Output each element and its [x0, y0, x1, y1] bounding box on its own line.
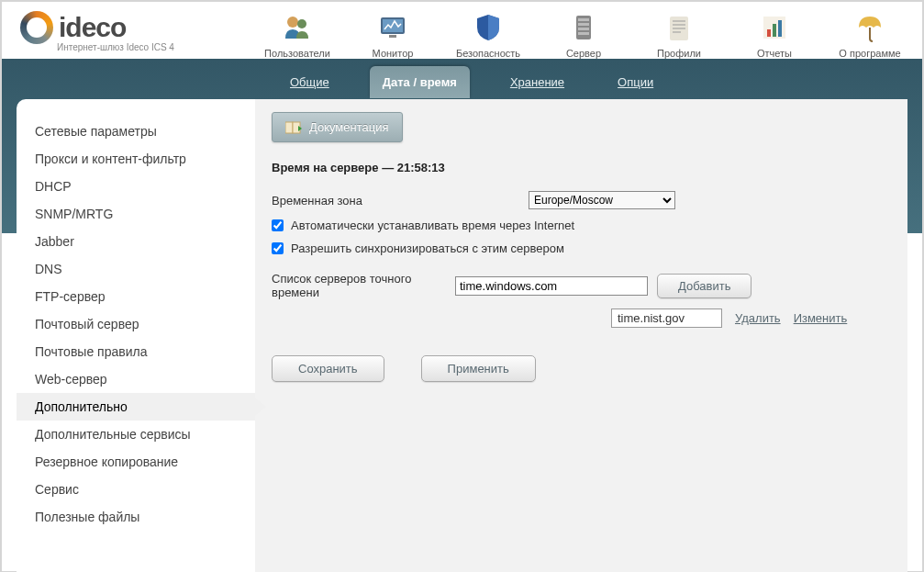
- users-icon: [281, 11, 314, 44]
- sidebar-item-service[interactable]: Сервис: [17, 476, 255, 503]
- svg-rect-17: [773, 24, 776, 37]
- sidebar-item-jabber[interactable]: Jabber: [17, 228, 255, 255]
- sidebar-item-dhcp[interactable]: DHCP: [17, 173, 255, 200]
- sidebar-item-dns[interactable]: DNS: [17, 255, 255, 283]
- logo-block: ideco Интернет-шлюз Ideco ICS 4: [20, 11, 174, 52]
- top-nav: Пользователи Монитор Безопасность Сервер…: [263, 11, 904, 59]
- subtab-options[interactable]: Опции: [605, 66, 666, 98]
- svg-point-0: [287, 17, 298, 28]
- subtabs: Общие Дата / время Хранение Опции: [2, 59, 922, 98]
- topnav-users[interactable]: Пользователи: [263, 11, 331, 59]
- allow-sync-checkbox[interactable]: [272, 242, 284, 254]
- sidebar-item-mailrules[interactable]: Почтовые правила: [17, 338, 255, 365]
- add-button[interactable]: Добавить: [657, 274, 751, 298]
- svg-rect-9: [578, 32, 589, 35]
- sidebar-item-ftp[interactable]: FTP-сервер: [17, 283, 255, 310]
- topnav-server[interactable]: Сервер: [550, 11, 618, 59]
- sidebar: Сетевые параметры Прокси и контент-фильт…: [17, 99, 255, 572]
- existing-server-entry: time.nist.gov: [611, 308, 722, 328]
- logo-subtitle: Интернет-шлюз Ideco ICS 4: [57, 42, 174, 52]
- sidebar-item-mail[interactable]: Почтовый сервер: [17, 310, 255, 338]
- topnav-reports[interactable]: Отчеты: [740, 11, 808, 59]
- reports-icon: [758, 11, 791, 44]
- subtab-datetime[interactable]: Дата / время: [370, 66, 470, 98]
- svg-rect-20: [285, 122, 293, 133]
- svg-rect-7: [578, 23, 589, 26]
- timezone-select[interactable]: Europe/Moscow: [529, 191, 675, 209]
- auto-sync-label: Автоматически устанавливать время через …: [291, 219, 574, 232]
- server-input[interactable]: [455, 276, 648, 296]
- svg-rect-4: [389, 35, 396, 38]
- monitor-icon: [376, 11, 409, 44]
- sidebar-item-webserver[interactable]: Web-сервер: [17, 365, 255, 393]
- svg-rect-16: [767, 29, 771, 37]
- shield-icon: [472, 11, 505, 44]
- main-band: Общие Дата / время Хранение Опции Сетевы…: [2, 59, 922, 233]
- documentation-label: Документация: [309, 120, 389, 134]
- profiles-icon: [662, 11, 696, 44]
- logo-swirl-icon: [20, 11, 53, 44]
- sidebar-item-proxy[interactable]: Прокси и контент-фильтр: [17, 145, 255, 173]
- book-icon: [285, 121, 302, 134]
- svg-rect-8: [578, 28, 589, 30]
- delete-link[interactable]: Удалить: [735, 311, 781, 325]
- umbrella-icon: [853, 11, 886, 44]
- section-title: Время на сервере — 21:58:13: [272, 161, 891, 174]
- topnav-security[interactable]: Безопасность: [454, 11, 522, 59]
- header: ideco Интернет-шлюз Ideco ICS 4 Пользова…: [2, 2, 922, 59]
- subtab-general[interactable]: Общие: [277, 66, 342, 98]
- subtab-storage[interactable]: Хранение: [497, 66, 577, 98]
- topnav-monitor[interactable]: Монитор: [359, 11, 427, 59]
- svg-point-1: [297, 19, 306, 28]
- sidebar-item-additional[interactable]: Дополнительно: [17, 393, 255, 421]
- sidebar-item-files[interactable]: Полезные файлы: [17, 503, 255, 531]
- timezone-label: Временная зона: [272, 194, 529, 207]
- edit-link[interactable]: Изменить: [794, 311, 848, 325]
- save-button[interactable]: Сохранить: [272, 355, 384, 382]
- sidebar-item-backup[interactable]: Резервное копирование: [17, 448, 255, 476]
- allow-sync-label: Разрешить синхронизироваться с этим серв…: [291, 241, 564, 255]
- topnav-about[interactable]: О программе: [836, 11, 904, 59]
- documentation-button[interactable]: Документация: [272, 112, 403, 142]
- servers-list-label: Список серверов точного времени: [272, 272, 455, 299]
- auto-sync-checkbox[interactable]: [272, 219, 284, 231]
- topnav-profiles[interactable]: Профили: [645, 11, 713, 59]
- svg-rect-6: [578, 18, 589, 21]
- sidebar-item-snmp[interactable]: SNMP/MRTG: [17, 200, 255, 228]
- apply-button[interactable]: Применить: [421, 355, 536, 382]
- logo-text: ideco: [59, 12, 126, 43]
- svg-rect-18: [778, 20, 782, 37]
- server-icon: [567, 11, 600, 44]
- sidebar-item-network[interactable]: Сетевые параметры: [17, 118, 255, 145]
- content-pane: Документация Время на сервере — 21:58:13…: [255, 99, 907, 572]
- sidebar-item-addservices[interactable]: Дополнительные сервисы: [17, 421, 255, 448]
